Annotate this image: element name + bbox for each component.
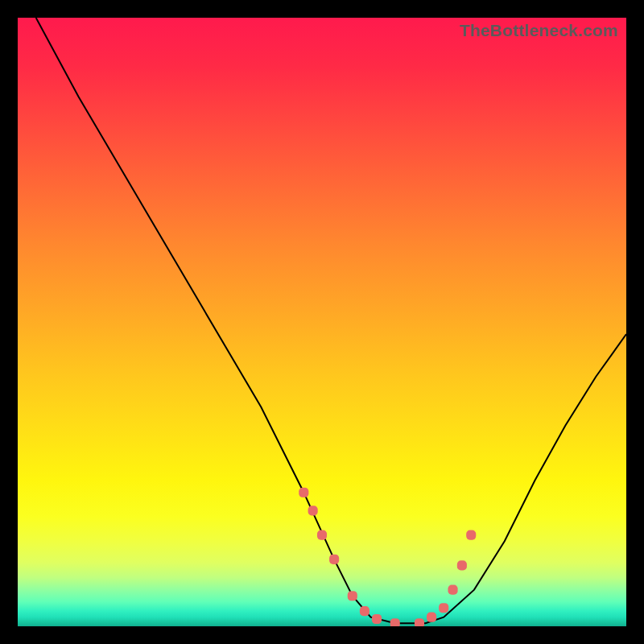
highlight-dot — [439, 603, 448, 613]
chart-svg — [18, 18, 626, 626]
highlight-dot — [415, 618, 424, 626]
highlight-dot — [348, 591, 357, 601]
highlight-dot — [317, 530, 327, 540]
highlight-dot — [308, 506, 318, 515]
highlight-dot — [466, 530, 476, 540]
highlight-dot — [299, 488, 308, 497]
highlight-dot — [448, 585, 457, 595]
plot-area: TheBottleneck.com — [18, 18, 626, 626]
highlight-dot — [390, 618, 400, 626]
chart-container: TheBottleneck.com — [0, 0, 644, 644]
bottleneck-curve — [36, 18, 626, 623]
highlight-dot — [427, 613, 436, 622]
highlight-dot — [372, 614, 382, 624]
highlight-dots — [299, 488, 476, 626]
highlight-dot — [329, 555, 339, 564]
highlight-dot — [457, 560, 467, 570]
highlight-dot — [360, 606, 369, 616]
